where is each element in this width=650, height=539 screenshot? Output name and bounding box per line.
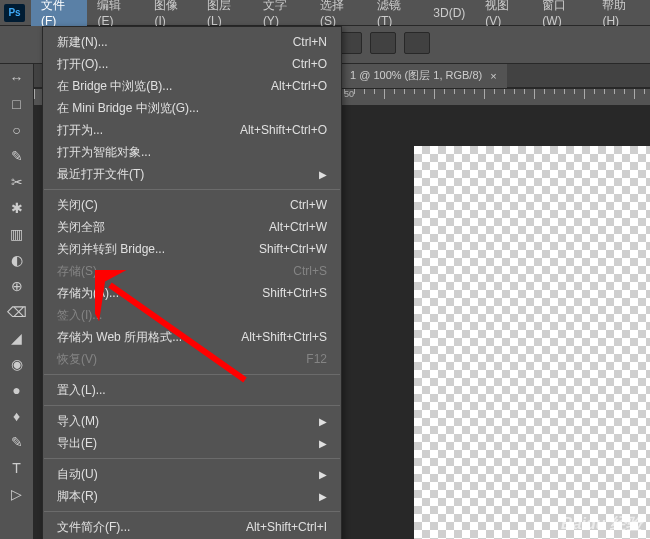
- file-menu-dropdown: 新建(N)...Ctrl+N打开(O)...Ctrl+O在 Bridge 中浏览…: [42, 26, 342, 539]
- menu-item[interactable]: 导入(M)▶: [43, 410, 341, 432]
- menu-separator: [44, 189, 340, 190]
- menu-item[interactable]: 打开为智能对象...: [43, 141, 341, 163]
- menu-视图[interactable]: 视图(V): [475, 0, 532, 26]
- menu-item-label: 新建(N)...: [57, 34, 293, 51]
- submenu-arrow-icon: ▶: [319, 491, 327, 502]
- menu-item-label: 签入(I)...: [57, 307, 327, 324]
- menu-窗口[interactable]: 窗口(W): [532, 0, 592, 26]
- menu-item[interactable]: 新建(N)...Ctrl+N: [43, 31, 341, 53]
- menu-item[interactable]: 最近打开文件(T)▶: [43, 163, 341, 185]
- menu-item-shortcut: Alt+Shift+Ctrl+S: [241, 330, 327, 344]
- tool-icon[interactable]: ↔: [5, 66, 29, 90]
- menu-item-shortcut: Alt+Shift+Ctrl+O: [240, 123, 327, 137]
- align-option-icon[interactable]: [370, 32, 396, 54]
- menu-选择[interactable]: 选择(S): [310, 0, 367, 26]
- menu-item-shortcut: Ctrl+O: [292, 57, 327, 71]
- menu-item-label: 存储(S): [57, 263, 293, 280]
- menu-图像[interactable]: 图像(I): [144, 0, 197, 26]
- close-icon[interactable]: ×: [490, 70, 496, 82]
- document-tab[interactable]: 1 @ 100% (图层 1, RGB/8) ×: [340, 64, 507, 88]
- submenu-arrow-icon: ▶: [319, 416, 327, 427]
- document-tab-label: 1 @ 100% (图层 1, RGB/8): [350, 68, 482, 83]
- menu-item-label: 文件简介(F)...: [57, 519, 246, 536]
- tool-icon[interactable]: ✎: [5, 144, 29, 168]
- menu-图层[interactable]: 图层(L): [197, 0, 253, 26]
- tool-icon[interactable]: ▷: [5, 482, 29, 506]
- menu-item-label: 关闭并转到 Bridge...: [57, 241, 259, 258]
- menu-item: 签入(I)...: [43, 304, 341, 326]
- menu-item-label: 导出(E): [57, 435, 315, 452]
- menu-item[interactable]: 关闭(C)Ctrl+W: [43, 194, 341, 216]
- tools-panel: « ▤↔□○✎✂✱▥◐⊕⌫◢◉●♦✎T▷: [0, 26, 34, 539]
- menu-文件[interactable]: 文件(F): [31, 0, 87, 26]
- tool-icon[interactable]: ✂: [5, 170, 29, 194]
- menu-item-shortcut: Ctrl+S: [293, 264, 327, 278]
- menu-item[interactable]: 脚本(R)▶: [43, 485, 341, 507]
- menu-item[interactable]: 在 Mini Bridge 中浏览(G)...: [43, 97, 341, 119]
- menu-separator: [44, 405, 340, 406]
- menu-item[interactable]: 文件简介(F)...Alt+Shift+Ctrl+I: [43, 516, 341, 538]
- menu-item-label: 打开(O)...: [57, 56, 292, 73]
- tool-icon[interactable]: ⊕: [5, 274, 29, 298]
- menu-item-shortcut: Ctrl+N: [293, 35, 327, 49]
- menu-item-shortcut: Shift+Ctrl+W: [259, 242, 327, 256]
- menu-item[interactable]: 打开(O)...Ctrl+O: [43, 53, 341, 75]
- tool-icon[interactable]: □: [5, 92, 29, 116]
- tool-icon[interactable]: ◢: [5, 326, 29, 350]
- menu-separator: [44, 374, 340, 375]
- tool-icon[interactable]: ✱: [5, 196, 29, 220]
- menu-item[interactable]: 自动(U)▶: [43, 463, 341, 485]
- submenu-arrow-icon: ▶: [319, 438, 327, 449]
- menu-item-shortcut: Alt+Ctrl+W: [269, 220, 327, 234]
- menu-滤镜[interactable]: 滤镜(T): [367, 0, 423, 26]
- menu-item-label: 存储为(A)...: [57, 285, 262, 302]
- menu-item[interactable]: 存储为 Web 所用格式...Alt+Shift+Ctrl+S: [43, 326, 341, 348]
- tool-icon[interactable]: ⌫: [5, 300, 29, 324]
- menu-item[interactable]: 导出(E)▶: [43, 432, 341, 454]
- menu-3d[interactable]: 3D(D): [423, 0, 475, 26]
- align-option-icon[interactable]: [404, 32, 430, 54]
- menu-编辑[interactable]: 编辑(E): [87, 0, 144, 26]
- menu-item-label: 打开为...: [57, 122, 240, 139]
- menu-item-label: 在 Bridge 中浏览(B)...: [57, 78, 271, 95]
- tool-icon[interactable]: ◉: [5, 352, 29, 376]
- submenu-arrow-icon: ▶: [319, 169, 327, 180]
- menu-item-label: 恢复(V): [57, 351, 306, 368]
- tool-icon[interactable]: ○: [5, 118, 29, 142]
- menu-item[interactable]: 存储为(A)...Shift+Ctrl+S: [43, 282, 341, 304]
- menu-item-label: 关闭全部: [57, 219, 269, 236]
- menu-item-shortcut: Alt+Ctrl+O: [271, 79, 327, 93]
- menu-item-shortcut: Ctrl+W: [290, 198, 327, 212]
- menu-item-shortcut: Alt+Shift+Ctrl+I: [246, 520, 327, 534]
- tool-icon[interactable]: ▥: [5, 222, 29, 246]
- menu-item-label: 导入(M): [57, 413, 315, 430]
- menu-item-label: 打开为智能对象...: [57, 144, 327, 161]
- ruler-label: 50: [344, 89, 354, 99]
- app-logo: Ps: [4, 4, 25, 22]
- menu-item[interactable]: 在 Bridge 中浏览(B)...Alt+Ctrl+O: [43, 75, 341, 97]
- menu-item: 存储(S)Ctrl+S: [43, 260, 341, 282]
- menu-item-label: 脚本(R): [57, 488, 315, 505]
- tool-icon[interactable]: T: [5, 456, 29, 480]
- menu-separator: [44, 511, 340, 512]
- tool-icon[interactable]: ♦: [5, 404, 29, 428]
- tool-icon[interactable]: ✎: [5, 430, 29, 454]
- menu-item[interactable]: 关闭全部Alt+Ctrl+W: [43, 216, 341, 238]
- tool-icon[interactable]: ◐: [5, 248, 29, 272]
- menu-item[interactable]: 打开为...Alt+Shift+Ctrl+O: [43, 119, 341, 141]
- canvas-transparent: [414, 146, 650, 539]
- menu-item-shortcut: Shift+Ctrl+S: [262, 286, 327, 300]
- menu-item-label: 关闭(C): [57, 197, 290, 214]
- menu-separator: [44, 458, 340, 459]
- menu-item: 恢复(V)F12: [43, 348, 341, 370]
- menu-文字[interactable]: 文字(Y): [253, 0, 310, 26]
- menu-帮助[interactable]: 帮助(H): [592, 0, 650, 26]
- menu-item-label: 置入(L)...: [57, 382, 327, 399]
- menu-item-label: 在 Mini Bridge 中浏览(G)...: [57, 100, 327, 117]
- submenu-arrow-icon: ▶: [319, 469, 327, 480]
- menu-item-label: 存储为 Web 所用格式...: [57, 329, 241, 346]
- menu-item[interactable]: 置入(L)...: [43, 379, 341, 401]
- menu-item-label: 自动(U): [57, 466, 315, 483]
- menu-item[interactable]: 关闭并转到 Bridge...Shift+Ctrl+W: [43, 238, 341, 260]
- tool-icon[interactable]: ●: [5, 378, 29, 402]
